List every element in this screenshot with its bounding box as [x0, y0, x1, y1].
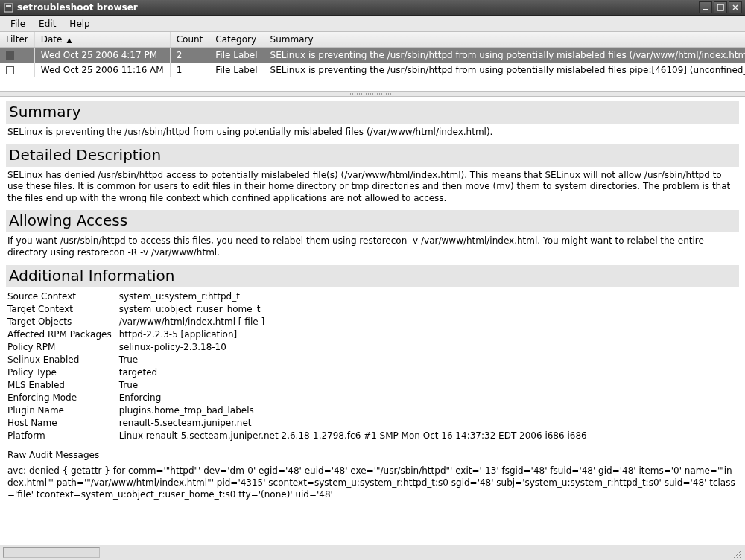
- info-key: Target Context: [7, 303, 119, 316]
- table-row[interactable]: Wed Oct 25 2006 11:16 AM 1 File Label SE…: [0, 63, 745, 77]
- col-filter[interactable]: Filter: [0, 32, 34, 48]
- info-row: Selinux EnabledTrue: [7, 354, 592, 366]
- info-table: Source Contextsystem_u:system_r:httpd_tT…: [7, 290, 592, 442]
- summary-text: SELinux is preventing the /usr/sbin/http…: [7, 127, 738, 139]
- info-key: Policy Type: [7, 366, 119, 379]
- cell-count: 1: [170, 63, 209, 77]
- info-key: Platform: [7, 430, 119, 442]
- window-title: setroubleshoot browser: [17, 2, 697, 13]
- svg-line-8: [740, 556, 741, 558]
- info-value: targeted: [119, 366, 592, 379]
- info-value: system_u:system_r:httpd_t: [119, 290, 592, 303]
- cell-summary: SELinux is preventing the /usr/sbin/http…: [264, 63, 745, 77]
- info-row: Affected RPM Packageshttpd-2.2.3-5 [appl…: [7, 328, 592, 341]
- info-value: renault-5.secteam.juniper.net: [119, 417, 592, 430]
- info-key: Affected RPM Packages: [7, 328, 119, 341]
- maximize-button[interactable]: [714, 1, 727, 13]
- resize-grip-icon[interactable]: [730, 547, 742, 559]
- info-value: httpd-2.2.3-5 [application]: [119, 328, 592, 341]
- info-key: Policy RPM: [7, 341, 119, 354]
- col-summary[interactable]: Summary: [264, 32, 745, 48]
- info-key: Plugin Name: [7, 404, 119, 417]
- info-key: Host Name: [7, 417, 119, 430]
- info-row: Target Contextsystem_u:object_r:user_hom…: [7, 303, 592, 316]
- info-value: True: [119, 354, 592, 366]
- cell-count: 2: [170, 48, 209, 63]
- detail-pane: Summary SELinux is preventing the /usr/s…: [0, 97, 745, 544]
- info-value: system_u:object_r:user_home_t: [119, 303, 592, 316]
- filter-checkbox[interactable]: [0, 48, 34, 63]
- info-row: MLS EnabledTrue: [7, 379, 592, 392]
- info-row: Source Contextsystem_u:system_r:httpd_t: [7, 290, 592, 303]
- heading-description: Detailed Description: [6, 144, 739, 167]
- minimize-button[interactable]: [699, 1, 712, 13]
- col-count[interactable]: Count: [170, 32, 209, 48]
- col-category[interactable]: Category: [209, 32, 264, 48]
- info-key: MLS Enabled: [7, 379, 119, 392]
- titlebar: setroubleshoot browser: [0, 0, 745, 16]
- heading-additional: Additional Information: [6, 265, 739, 287]
- info-key: Selinux Enabled: [7, 354, 119, 366]
- alert-table: Filter Date▲ Count Category Summary Wed …: [0, 32, 745, 77]
- info-row: Policy Typetargeted: [7, 366, 592, 379]
- description-text: SELinux has denied /usr/sbin/httpd acces…: [7, 170, 738, 205]
- raw-heading: Raw Audit Messages: [7, 450, 738, 460]
- allowing-text: If you want /usr/sbin/httpd to access th…: [7, 235, 738, 258]
- cell-date: Wed Oct 25 2006 11:16 AM: [34, 63, 170, 77]
- info-row: Plugin Nameplugins.home_tmp_bad_labels: [7, 404, 592, 417]
- status-segment: [3, 547, 100, 558]
- info-value: Linux renault-5.secteam.juniper.net 2.6.…: [119, 430, 592, 442]
- app-icon: [3, 2, 13, 13]
- pane-splitter[interactable]: [0, 92, 745, 97]
- info-value: Enforcing: [119, 392, 592, 404]
- info-row: Target Objects/var/www/html/index.html […: [7, 316, 592, 328]
- grip-icon: [350, 93, 395, 95]
- menu-edit[interactable]: Edit: [33, 17, 62, 31]
- cell-summary: SELinux is preventing the /usr/sbin/http…: [264, 48, 745, 63]
- col-date[interactable]: Date▲: [34, 32, 170, 48]
- info-row: Host Namerenault-5.secteam.juniper.net: [7, 417, 592, 430]
- info-value: True: [119, 379, 592, 392]
- filter-checkbox[interactable]: [0, 63, 34, 77]
- svg-rect-2: [703, 9, 708, 10]
- info-key: Source Context: [7, 290, 119, 303]
- menu-file[interactable]: File: [4, 17, 31, 31]
- alert-table-header: Filter Date▲ Count Category Summary: [0, 32, 745, 48]
- cell-date: Wed Oct 25 2006 4:17 PM: [34, 48, 170, 63]
- menu-help[interactable]: Help: [63, 17, 95, 31]
- cell-category: File Label: [209, 63, 264, 77]
- svg-rect-3: [717, 4, 723, 10]
- info-key: Enforcing Mode: [7, 392, 119, 404]
- info-row: Policy RPMselinux-policy-2.3.18-10: [7, 341, 592, 354]
- info-value: /var/www/html/index.html [ file ]: [119, 316, 592, 328]
- sort-asc-icon: ▲: [66, 36, 72, 44]
- svg-rect-1: [6, 5, 11, 7]
- info-key: Target Objects: [7, 316, 119, 328]
- alert-table-wrap: Filter Date▲ Count Category Summary Wed …: [0, 32, 745, 92]
- heading-summary: Summary: [6, 101, 739, 124]
- info-value: selinux-policy-2.3.18-10: [119, 341, 592, 354]
- statusbar: [0, 544, 745, 560]
- raw-audit-text: avc: denied { getattr } for comm='"httpd…: [7, 465, 738, 501]
- info-row: Enforcing ModeEnforcing: [7, 392, 592, 404]
- info-value: plugins.home_tmp_bad_labels: [119, 404, 592, 417]
- info-row: PlatformLinux renault-5.secteam.juniper.…: [7, 430, 592, 442]
- table-row[interactable]: Wed Oct 25 2006 4:17 PM 2 File Label SEL…: [0, 48, 745, 63]
- menubar: File Edit Help: [0, 16, 745, 32]
- close-button[interactable]: [729, 1, 742, 13]
- cell-category: File Label: [209, 48, 264, 63]
- svg-rect-0: [4, 4, 13, 12]
- heading-allowing: Allowing Access: [6, 210, 739, 232]
